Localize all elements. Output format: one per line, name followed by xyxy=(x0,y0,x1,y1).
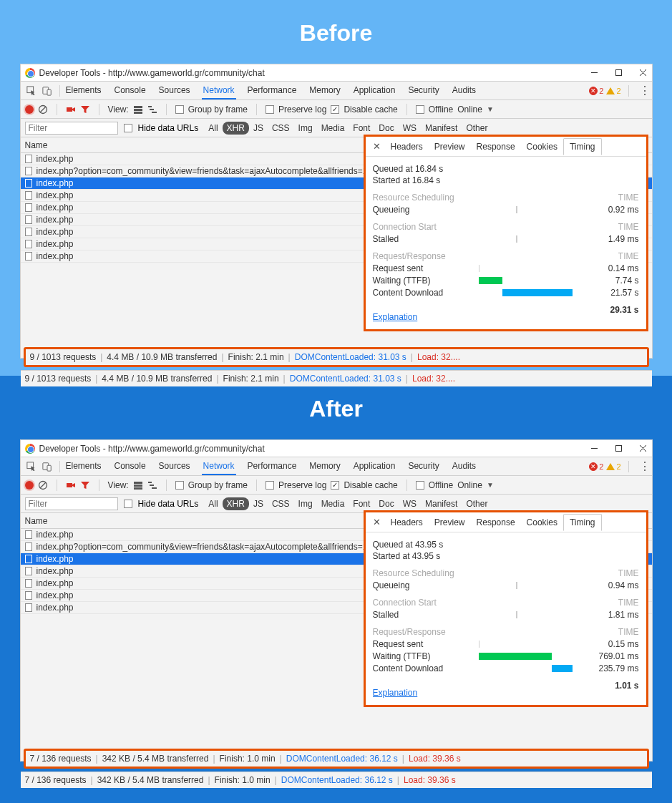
group-by-frame-checkbox[interactable] xyxy=(175,481,184,490)
device-toggle-icon[interactable] xyxy=(42,461,53,472)
request-name: index.php xyxy=(36,590,74,600)
tab-application[interactable]: Application xyxy=(352,82,397,99)
filter-chip-img[interactable]: Img xyxy=(294,122,317,135)
request-sent-row: Request sent0.14 ms xyxy=(373,263,639,273)
tab-network[interactable]: Network xyxy=(202,458,236,475)
filter-chip-media[interactable]: Media xyxy=(317,497,349,510)
preserve-log-checkbox[interactable] xyxy=(266,481,274,490)
filter-chip-other[interactable]: Other xyxy=(462,497,492,510)
error-badge[interactable]: ✕2 xyxy=(589,87,603,95)
throttling-select[interactable]: Online xyxy=(457,104,482,115)
offline-checkbox[interactable] xyxy=(416,105,424,114)
filter-icon[interactable] xyxy=(80,480,90,490)
device-toggle-icon[interactable] xyxy=(42,85,53,97)
filter-chip-all[interactable]: All xyxy=(204,497,222,510)
tab-elements[interactable]: Elements xyxy=(64,458,103,475)
tab-audits[interactable]: Audits xyxy=(451,458,477,475)
waterfall-icon[interactable] xyxy=(147,104,157,115)
close-detail-icon[interactable]: ✕ xyxy=(370,517,384,527)
maximize-button[interactable] xyxy=(615,444,623,453)
record-button[interactable] xyxy=(25,481,34,490)
filter-chip-media[interactable]: Media xyxy=(317,122,349,135)
tab-security[interactable]: Security xyxy=(406,458,440,475)
filter-chip-img[interactable]: Img xyxy=(294,497,317,510)
filter-chip-font[interactable]: Font xyxy=(349,497,374,510)
tab-memory[interactable]: Memory xyxy=(308,458,341,475)
explanation-link[interactable]: Explanation xyxy=(373,312,418,322)
record-button[interactable] xyxy=(25,105,34,114)
hide-data-urls-checkbox[interactable] xyxy=(124,124,132,132)
camera-icon[interactable] xyxy=(66,480,76,490)
chevron-down-icon[interactable]: ▼ xyxy=(487,105,494,113)
large-rows-icon[interactable] xyxy=(133,480,143,490)
detail-tab-cookies[interactable]: Cookies xyxy=(521,139,563,155)
warning-badge[interactable]: 2 xyxy=(606,87,620,95)
large-rows-icon[interactable] xyxy=(133,104,143,115)
detail-tab-timing[interactable]: Timing xyxy=(563,514,602,531)
close-button[interactable] xyxy=(639,69,648,77)
tab-performance[interactable]: Performance xyxy=(246,82,298,99)
detail-tab-headers[interactable]: Headers xyxy=(385,139,429,155)
tab-memory[interactable]: Memory xyxy=(308,82,341,99)
tab-network[interactable]: Network xyxy=(202,82,236,99)
detail-tab-cookies[interactable]: Cookies xyxy=(521,515,563,530)
detail-tab-headers[interactable]: Headers xyxy=(385,515,429,530)
filter-icon[interactable] xyxy=(80,104,90,115)
more-menu-icon[interactable]: ⋮ xyxy=(639,463,649,470)
close-button[interactable] xyxy=(639,444,648,453)
tab-sources[interactable]: Sources xyxy=(157,458,192,475)
detail-tab-response[interactable]: Response xyxy=(471,139,521,155)
tab-application[interactable]: Application xyxy=(352,458,397,475)
filter-chip-css[interactable]: CSS xyxy=(268,497,294,510)
more-menu-icon[interactable]: ⋮ xyxy=(639,87,649,94)
tab-console[interactable]: Console xyxy=(113,458,147,475)
filter-chip-xhr[interactable]: XHR xyxy=(223,122,249,135)
filter-chip-manifest[interactable]: Manifest xyxy=(421,497,462,510)
filter-input[interactable] xyxy=(25,122,118,135)
tab-performance[interactable]: Performance xyxy=(246,458,298,475)
filter-chip-css[interactable]: CSS xyxy=(268,122,294,135)
maximize-button[interactable] xyxy=(615,69,623,77)
inspect-icon[interactable] xyxy=(26,461,37,472)
group-by-frame-checkbox[interactable] xyxy=(175,105,184,114)
error-badge[interactable]: ✕2 xyxy=(589,462,603,471)
close-detail-icon[interactable]: ✕ xyxy=(370,141,384,152)
tab-elements[interactable]: Elements xyxy=(64,82,103,99)
chevron-down-icon[interactable]: ▼ xyxy=(487,481,494,489)
filter-chip-doc[interactable]: Doc xyxy=(374,122,398,135)
filter-input[interactable] xyxy=(25,497,118,510)
inspect-icon[interactable] xyxy=(26,85,37,97)
disable-cache-checkbox[interactable] xyxy=(331,105,339,114)
minimize-button[interactable] xyxy=(590,69,599,77)
tab-security[interactable]: Security xyxy=(406,82,440,99)
filter-chip-ws[interactable]: WS xyxy=(399,497,421,510)
preserve-log-checkbox[interactable] xyxy=(266,105,274,114)
filter-chip-doc[interactable]: Doc xyxy=(374,497,398,510)
throttling-select[interactable]: Online xyxy=(457,480,482,490)
detail-tab-response[interactable]: Response xyxy=(471,515,521,530)
warning-badge[interactable]: 2 xyxy=(606,462,620,471)
minimize-button[interactable] xyxy=(590,444,599,453)
hide-data-urls-checkbox[interactable] xyxy=(124,500,132,508)
detail-tab-timing[interactable]: Timing xyxy=(563,138,602,155)
detail-tab-preview[interactable]: Preview xyxy=(429,515,471,530)
disable-cache-checkbox[interactable] xyxy=(331,481,339,490)
filter-chip-manifest[interactable]: Manifest xyxy=(421,122,462,135)
tab-audits[interactable]: Audits xyxy=(451,82,477,99)
clear-icon[interactable] xyxy=(38,480,48,490)
tab-sources[interactable]: Sources xyxy=(157,82,192,99)
filter-chip-ws[interactable]: WS xyxy=(399,122,421,135)
filter-chip-all[interactable]: All xyxy=(204,122,222,135)
camera-icon[interactable] xyxy=(66,104,76,115)
filter-chip-other[interactable]: Other xyxy=(462,122,492,135)
filter-chip-js[interactable]: JS xyxy=(249,497,268,510)
filter-chip-js[interactable]: JS xyxy=(249,122,268,135)
clear-icon[interactable] xyxy=(38,104,48,115)
filter-chip-font[interactable]: Font xyxy=(349,122,374,135)
tab-console[interactable]: Console xyxy=(113,82,147,99)
waterfall-icon[interactable] xyxy=(147,480,157,490)
detail-tab-preview[interactable]: Preview xyxy=(429,139,471,155)
filter-chip-xhr[interactable]: XHR xyxy=(223,497,249,510)
offline-checkbox[interactable] xyxy=(416,481,424,490)
explanation-link[interactable]: Explanation xyxy=(373,688,418,698)
